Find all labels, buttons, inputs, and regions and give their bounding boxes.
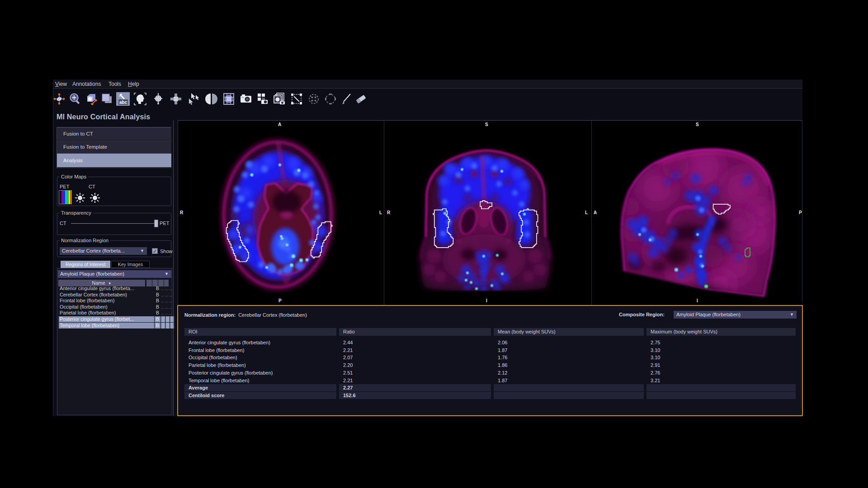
- svg-text:abc: abc: [119, 100, 127, 105]
